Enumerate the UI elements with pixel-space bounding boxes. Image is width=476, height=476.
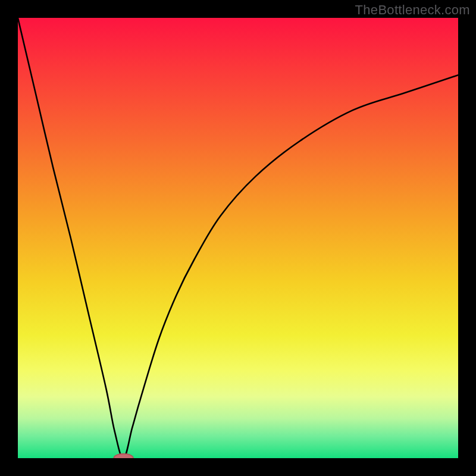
minimum-marker bbox=[114, 454, 133, 458]
watermark-text: TheBottleneck.com bbox=[355, 2, 470, 18]
plot-area bbox=[18, 18, 458, 458]
chart-svg bbox=[18, 18, 458, 458]
gradient-background bbox=[18, 18, 458, 458]
chart-frame: TheBottleneck.com bbox=[0, 0, 476, 476]
